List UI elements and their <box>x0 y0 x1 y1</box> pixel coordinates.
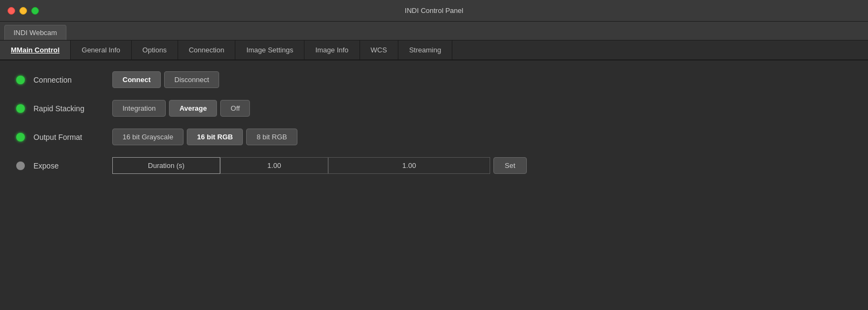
tab-wcs[interactable]: WCS <box>360 41 398 59</box>
off-button[interactable]: Off <box>220 100 250 117</box>
connection-led <box>16 76 25 84</box>
tab-connection[interactable]: Connection <box>178 41 236 59</box>
expose-value2[interactable]: 1.00 <box>328 157 490 174</box>
set-button[interactable]: Set <box>493 157 527 174</box>
connection-buttons: Connect Disconnect <box>112 71 219 88</box>
expose-value1[interactable]: 1.00 <box>220 157 328 174</box>
expose-inputs: Duration (s) 1.00 1.00 Set <box>112 157 527 174</box>
rapid-stacking-row: Rapid Stacking Integration Average Off <box>16 100 852 117</box>
output-format-buttons: 16 bit Grayscale 16 bit RGB 8 bit RGB <box>112 129 297 145</box>
tab-image-settings[interactable]: Image Settings <box>235 41 304 59</box>
expose-label: Expose <box>33 161 104 170</box>
output-format-label: Output Format <box>33 133 104 141</box>
close-button[interactable] <box>8 7 15 15</box>
rapid-stacking-led <box>16 104 25 113</box>
duration-label: Duration (s) <box>112 157 220 174</box>
connect-button[interactable]: Connect <box>112 71 161 88</box>
minimize-button[interactable] <box>19 7 27 15</box>
rapid-stacking-buttons: Integration Average Off <box>112 100 250 117</box>
window-controls <box>8 7 39 15</box>
window-title: INDI Control Panel <box>405 6 463 15</box>
output-format-row: Output Format 16 bit Grayscale 16 bit RG… <box>16 129 852 145</box>
maximize-button[interactable] <box>31 7 39 15</box>
16bit-grayscale-button[interactable]: 16 bit Grayscale <box>112 129 184 145</box>
expose-led <box>16 161 25 170</box>
average-button[interactable]: Average <box>169 100 217 117</box>
device-tabs: INDI Webcam <box>0 22 868 41</box>
tab-options[interactable]: Options <box>132 41 178 59</box>
expose-row: Expose Duration (s) 1.00 1.00 Set <box>16 157 852 174</box>
title-bar: INDI Control Panel <box>0 0 868 22</box>
tab-main-control[interactable]: MMain Control <box>0 41 71 59</box>
integration-button[interactable]: Integration <box>112 100 166 117</box>
content-area: Connection Connect Disconnect Rapid Stac… <box>0 60 868 197</box>
tab-streaming[interactable]: Streaming <box>398 41 452 59</box>
main-tabs: MMain Control General Info Options Conne… <box>0 41 868 60</box>
tab-image-info[interactable]: Image Info <box>304 41 360 59</box>
connection-row: Connection Connect Disconnect <box>16 71 852 88</box>
device-tab-indi-webcam[interactable]: INDI Webcam <box>4 25 66 40</box>
tab-general-info[interactable]: General Info <box>71 41 132 59</box>
output-format-led <box>16 133 25 141</box>
rapid-stacking-label: Rapid Stacking <box>33 104 104 113</box>
8bit-rgb-button[interactable]: 8 bit RGB <box>246 129 297 145</box>
disconnect-button[interactable]: Disconnect <box>164 71 219 88</box>
16bit-rgb-button[interactable]: 16 bit RGB <box>187 129 243 145</box>
connection-label: Connection <box>33 76 104 84</box>
